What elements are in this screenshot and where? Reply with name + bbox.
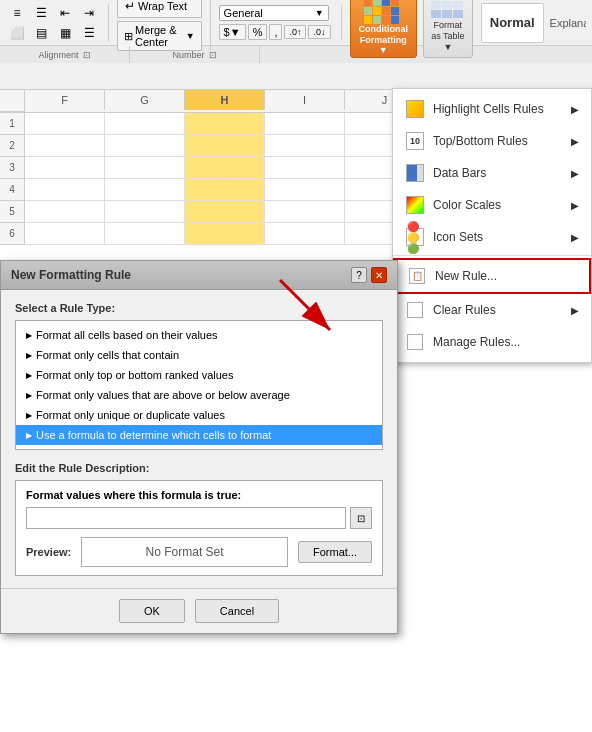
rule-item-onlycells-triangle: ▶: [26, 351, 32, 360]
format-button[interactable]: Format...: [298, 541, 372, 563]
highlight-cells-icon: [405, 99, 425, 119]
col-header-H[interactable]: H: [185, 90, 265, 110]
col-header-F[interactable]: F: [25, 90, 105, 110]
menu-item-colorscales[interactable]: Color Scales ▶: [393, 189, 591, 221]
cancel-button[interactable]: Cancel: [195, 599, 279, 623]
menu-item-iconsets[interactable]: 🔴🟡🟢 Icon Sets ▶: [393, 221, 591, 253]
number-format-dropdown-arrow: ▼: [315, 8, 324, 18]
preview-box: No Format Set: [81, 537, 288, 567]
highlight-cells-label: Highlight Cells Rules: [433, 102, 544, 116]
databars-label: Data Bars: [433, 166, 486, 180]
increase-decimal-btn[interactable]: .0↑: [284, 25, 306, 39]
number-expand-icon[interactable]: ⊡: [209, 50, 217, 60]
manage-rules-label: Manage Rules...: [433, 335, 520, 349]
rule-item-abovebelow-label: Format only values that are above or bel…: [36, 389, 290, 401]
align-left-btn[interactable]: ⬜: [6, 24, 28, 42]
colorscales-icon: [405, 195, 425, 215]
merge-icon: ⊞: [124, 30, 133, 43]
topbottom-label: Top/Bottom Rules: [433, 134, 528, 148]
conditional-formatting-dropdown: Highlight Cells Rules ▶ 10 Top/Bottom Ru…: [392, 88, 592, 363]
align-indent-right-btn[interactable]: ⇥: [78, 4, 100, 22]
normal-style-button[interactable]: Normal: [481, 3, 544, 43]
manage-rules-icon: [405, 332, 425, 352]
normal-style-label: Normal: [490, 15, 535, 30]
decrease-decimal-btn[interactable]: .0↓: [308, 25, 330, 39]
align-indent-left-btn[interactable]: ⇤: [54, 4, 76, 22]
align-justify-btn[interactable]: ☰: [78, 24, 100, 42]
formula-expand-button[interactable]: ⊡: [350, 507, 372, 529]
rule-item-abovebelow-triangle: ▶: [26, 391, 32, 400]
comma-btn[interactable]: ,: [269, 24, 282, 40]
ok-button[interactable]: OK: [119, 599, 185, 623]
menu-item-highlight-cells[interactable]: Highlight Cells Rules ▶: [393, 93, 591, 125]
rule-item-topbottom-triangle: ▶: [26, 371, 32, 380]
number-format-value: General: [224, 7, 263, 19]
explanations-label: Explanato: [550, 17, 586, 29]
iconsets-icon: 🔴🟡🟢: [405, 227, 425, 247]
preview-label: Preview:: [26, 546, 71, 558]
red-arrow-indicator: [270, 270, 350, 350]
align-top-center-btn[interactable]: ☰: [30, 4, 52, 22]
formula-label: Format values where this formula is true…: [26, 489, 372, 501]
align-right-btn[interactable]: ▦: [54, 24, 76, 42]
dialog-help-button[interactable]: ?: [351, 267, 367, 283]
highlight-cells-arrow: ▶: [571, 104, 579, 115]
rule-item-onlycells-label: Format only cells that contain: [36, 349, 179, 361]
rule-item-topbottom[interactable]: ▶ Format only top or bottom ranked value…: [16, 365, 382, 385]
ribbon: ≡ ☰ ⇤ ⇥ ⬜ ▤ ▦ ☰ ↵ Wrap Text ⊞ Merge & Ce…: [0, 0, 592, 90]
dialog-controls: ? ✕: [351, 267, 387, 283]
iconsets-label: Icon Sets: [433, 230, 483, 244]
percent-btn[interactable]: %: [248, 24, 268, 40]
menu-separator: [393, 255, 591, 256]
format-as-table-button[interactable]: Formatas Table ▼: [423, 0, 473, 58]
align-top-left-btn[interactable]: ≡: [6, 4, 28, 22]
format-as-table-icon: [431, 0, 465, 18]
topbottom-icon: 10: [405, 131, 425, 151]
dialog-close-button[interactable]: ✕: [371, 267, 387, 283]
explanations-section: Explanato: [550, 17, 586, 29]
menu-item-manage-rules[interactable]: Manage Rules...: [393, 326, 591, 358]
rule-item-formula[interactable]: ▶ Use a formula to determine which cells…: [16, 425, 382, 445]
rule-item-unique[interactable]: ▶ Format only unique or duplicate values: [16, 405, 382, 425]
rule-item-formula-triangle: ▶: [26, 431, 32, 440]
number-section: General ▼ $▼ % , .0↑ .0↓: [219, 5, 342, 40]
ribbon-row1: ≡ ☰ ⇤ ⇥ ⬜ ▤ ▦ ☰ ↵ Wrap Text ⊞ Merge & Ce…: [0, 0, 592, 45]
preview-row: Preview: No Format Set Format...: [26, 537, 372, 567]
menu-item-databars[interactable]: Data Bars ▶: [393, 157, 591, 189]
align-center-btn[interactable]: ▤: [30, 24, 52, 42]
menu-item-clear-rules[interactable]: Clear Rules ▶: [393, 294, 591, 326]
dialog-footer: OK Cancel: [1, 588, 397, 633]
databars-icon: [405, 163, 425, 183]
new-rule-icon: 📋: [407, 266, 427, 286]
number-section-label: Number ⊡: [130, 46, 260, 63]
format-as-table-label: Formatas Table ▼: [430, 20, 466, 52]
alignment-label: Alignment: [38, 50, 78, 60]
wrap-text-button[interactable]: ↵ Wrap Text: [117, 0, 202, 18]
new-rule-label: New Rule...: [435, 269, 497, 283]
number-format-dropdown[interactable]: General ▼: [219, 5, 329, 21]
menu-item-topbottom[interactable]: 10 Top/Bottom Rules ▶: [393, 125, 591, 157]
formula-input-row: ⊡: [26, 507, 372, 529]
alignment-bottom-row: ⬜ ▤ ▦ ☰: [6, 24, 100, 42]
alignment-expand-icon[interactable]: ⊡: [83, 50, 91, 60]
colorscales-label: Color Scales: [433, 198, 501, 212]
rule-item-unique-triangle: ▶: [26, 411, 32, 420]
merge-center-label: Merge & Center: [135, 24, 184, 48]
row-number-header: [0, 90, 25, 112]
svg-line-1: [280, 280, 330, 330]
currency-btn[interactable]: $▼: [219, 24, 246, 40]
alignment-top-row: ≡ ☰ ⇤ ⇥: [6, 4, 100, 22]
number-buttons-row: $▼ % , .0↑ .0↓: [219, 24, 331, 40]
formula-input[interactable]: [26, 507, 346, 529]
rule-item-abovebelow[interactable]: ▶ Format only values that are above or b…: [16, 385, 382, 405]
conditional-formatting-button[interactable]: ConditionalFormatting ▼: [350, 0, 418, 58]
topbottom-arrow: ▶: [571, 136, 579, 147]
col-header-G[interactable]: G: [105, 90, 185, 110]
col-header-I[interactable]: I: [265, 90, 345, 110]
clear-rules-arrow: ▶: [571, 305, 579, 316]
rule-item-allcells-triangle: ▶: [26, 331, 32, 340]
conditional-formatting-icon: [364, 0, 402, 24]
iconsets-arrow: ▶: [571, 232, 579, 243]
menu-item-new-rule[interactable]: 📋 New Rule...: [393, 258, 591, 294]
databars-arrow: ▶: [571, 168, 579, 179]
